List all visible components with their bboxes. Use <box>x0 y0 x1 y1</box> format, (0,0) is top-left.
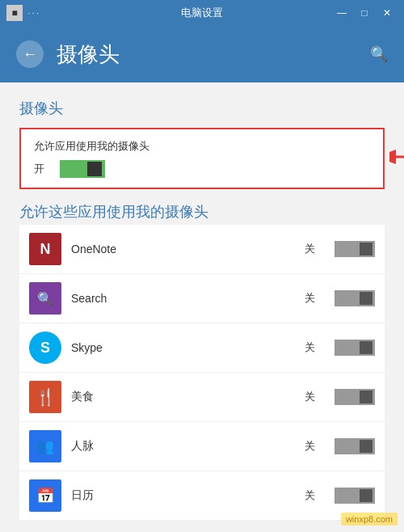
onenote-icon: N <box>29 233 61 265</box>
minimize-button[interactable]: — <box>331 5 352 21</box>
window-controls: — □ ✕ <box>331 5 398 21</box>
app-status-renmai: 关 <box>305 439 315 454</box>
app-name-meishi: 美食 <box>71 390 295 404</box>
app-name-onenote: OneNote <box>71 243 295 255</box>
main-content: 摄像头 允许应用使用我的摄像头 开 允许这些应用使用我的摄像头 <box>0 82 404 532</box>
rili-toggle-knob <box>360 489 372 502</box>
onenote-toggle-knob <box>360 243 372 255</box>
app-status-rili: 关 <box>305 488 315 503</box>
app-item-skype: S Skype 关 <box>19 323 385 373</box>
app-list: N OneNote 关 🔍 Search 关 S Skype 关 <box>19 225 385 521</box>
app-item-search: 🔍 Search 关 <box>19 274 385 323</box>
camera-toggle-box: 允许应用使用我的摄像头 开 <box>19 128 385 189</box>
page-title: 摄像头 <box>57 40 120 69</box>
maximize-button[interactable]: □ <box>354 5 375 21</box>
renmai-toggle-knob <box>360 440 372 453</box>
toggle-knob <box>87 162 102 176</box>
camera-toggle-switch[interactable] <box>60 160 105 178</box>
search-icon[interactable]: 🔍 <box>370 45 388 63</box>
app-item-renmai: 👥 人脉 关 <box>19 422 385 471</box>
app-item-onenote: N OneNote 关 <box>19 225 385 274</box>
app-name-renmai: 人脉 <box>71 439 295 454</box>
close-button[interactable]: ✕ <box>377 5 398 21</box>
rili-icon: 📅 <box>29 479 61 512</box>
page-header: ← 摄像头 🔍 <box>0 26 404 82</box>
camera-section-title: 摄像头 <box>19 99 385 118</box>
app-status-meishi: 关 <box>305 390 315 404</box>
toggle-row: 开 <box>34 160 370 178</box>
search-toggle[interactable] <box>335 290 375 306</box>
app-item-rili: 📅 日历 关 <box>19 471 385 521</box>
app-item-meishi: 🍴 美食 关 <box>19 373 385 422</box>
back-button[interactable]: ← <box>16 40 44 68</box>
app-name-skype: Skype <box>71 341 295 354</box>
window-icon: ■ <box>6 5 23 21</box>
camera-toggle-label: 允许应用使用我的摄像头 <box>34 139 370 154</box>
rili-toggle[interactable] <box>335 488 375 504</box>
meishi-toggle-knob <box>360 391 372 403</box>
red-arrow <box>389 146 404 171</box>
search-toggle-knob <box>360 292 372 305</box>
meishi-toggle[interactable] <box>335 389 375 405</box>
title-bar: ■ ··· 电脑设置 — □ ✕ <box>0 0 404 26</box>
skype-toggle-knob <box>360 341 372 354</box>
watermark: winxp8.com <box>341 513 398 526</box>
app-name-rili: 日历 <box>71 488 295 503</box>
apps-section-title: 允许这些应用使用我的摄像头 <box>19 202 385 222</box>
onenote-toggle[interactable] <box>335 241 375 257</box>
title-bar-dots: ··· <box>27 7 40 19</box>
renmai-icon: 👥 <box>29 430 61 462</box>
window-title: 电脑设置 <box>181 6 223 20</box>
app-status-skype: 关 <box>305 340 315 355</box>
skype-toggle[interactable] <box>335 340 375 356</box>
renmai-toggle[interactable] <box>335 438 375 454</box>
app-status-onenote: 关 <box>305 242 315 256</box>
app-name-search: Search <box>71 292 295 305</box>
toggle-state: 开 <box>34 162 50 176</box>
skype-icon: S <box>29 331 61 364</box>
app-status-search: 关 <box>305 291 315 306</box>
search-app-icon: 🔍 <box>29 282 61 315</box>
meishi-icon: 🍴 <box>29 381 61 413</box>
